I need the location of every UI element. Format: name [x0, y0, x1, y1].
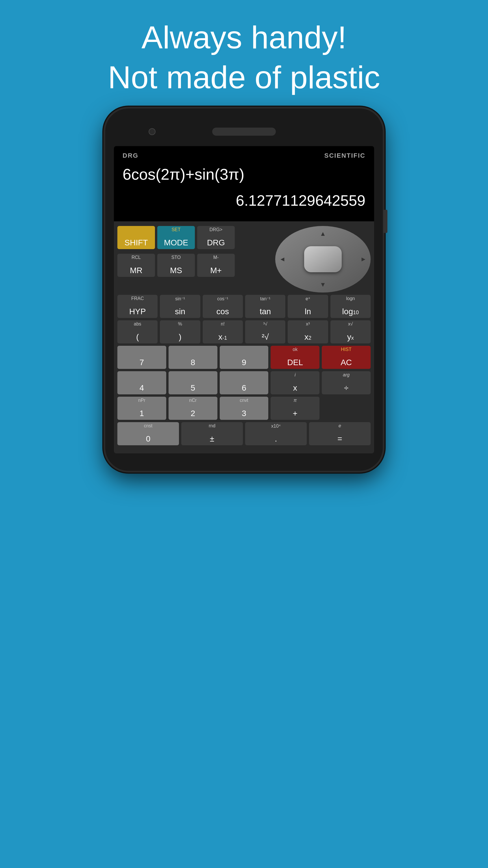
- row-shift-mode-drg: SHIFT SET MODE DRG> DRG: [118, 226, 370, 292]
- log10-button[interactable]: logn log10: [330, 295, 370, 318]
- phone-side-button: [383, 210, 387, 233]
- calculator-body: SHIFT SET MODE DRG> DRG: [114, 221, 374, 454]
- row-trig: FRAC HYP sin⁻¹ sin cos⁻¹ cos tan⁻¹ tan e…: [118, 295, 370, 318]
- n4-button[interactable]: 4: [118, 371, 166, 394]
- n1-button[interactable]: nPr 1: [118, 397, 166, 420]
- row-0-pm-dot-eq: cnst 0 rnd ± x10ˣ . e =: [118, 422, 370, 445]
- row-789-del-ac: 7 8 9 ok DEL HIST AC: [118, 346, 370, 369]
- x2-button[interactable]: x³ x2: [288, 320, 328, 343]
- n0-button[interactable]: cnst 0: [118, 422, 179, 445]
- row-paren-powers: abs ( % ) n! x-1 ³√ ²√ x³ x2: [118, 320, 370, 343]
- nav-right-button[interactable]: ►: [360, 255, 366, 263]
- nav-pad: ▲ ▼ ◄ ►: [275, 226, 370, 292]
- equals-button[interactable]: e =: [309, 422, 370, 445]
- header: Always handy! Not made of plastic: [0, 0, 488, 108]
- screen-result: 6.12771129642559: [123, 192, 365, 209]
- drg-button[interactable]: DRG> DRG: [197, 226, 235, 249]
- pm-button[interactable]: rnd ±: [181, 422, 243, 445]
- n5-button[interactable]: 5: [168, 371, 218, 394]
- close-paren-button[interactable]: % ): [160, 320, 200, 343]
- xinv-button[interactable]: n! x-1: [203, 320, 243, 343]
- row-123-plus: nPr 1 nCr 2 cnvt 3 π + ans: [118, 397, 370, 420]
- header-line2: Not made of plastic: [0, 57, 488, 97]
- nav-down-button[interactable]: ▼: [320, 281, 326, 288]
- ac-button[interactable]: HIST AC: [322, 346, 370, 369]
- mplus-button[interactable]: M- M+: [197, 254, 235, 277]
- row-1: SHIFT SET MODE DRG> DRG: [118, 226, 273, 249]
- phone-speaker: [212, 128, 276, 136]
- screen-expression: 6cos(2π)+sin(3π): [123, 165, 365, 183]
- calc-type-label: SCIENTIFIC: [324, 152, 365, 159]
- drg-mode-label: DRG: [123, 152, 138, 159]
- shift-button[interactable]: SHIFT: [118, 226, 155, 249]
- cos-button[interactable]: cos⁻¹ cos: [203, 295, 243, 318]
- row-rcl-sto-mminus: RCL MR STO MS M- M+: [118, 254, 273, 277]
- multiply-button[interactable]: i x: [270, 371, 320, 394]
- n9-button[interactable]: 9: [220, 346, 268, 369]
- divide-button[interactable]: arg ÷: [322, 371, 370, 394]
- sqrt2-button[interactable]: ³√ ²√: [245, 320, 285, 343]
- phone-top-bar: [114, 120, 374, 143]
- n6-button[interactable]: 6: [220, 371, 268, 394]
- mode-button[interactable]: SET MODE: [157, 226, 195, 249]
- dot-button[interactable]: x10ˣ .: [245, 422, 307, 445]
- tan-button[interactable]: tan⁻¹ tan: [245, 295, 285, 318]
- plus-button[interactable]: π +: [270, 397, 320, 420]
- phone-device: DRG SCIENTIFIC 6cos(2π)+sin(3π) 6.127711…: [105, 108, 383, 471]
- left-section: SHIFT SET MODE DRG> DRG: [118, 226, 273, 292]
- row-456-multiply-divide: 4 5 6 i x arg ÷: [118, 371, 370, 394]
- ms-button[interactable]: STO MS: [157, 254, 195, 277]
- n3-button[interactable]: cnvt 3: [220, 397, 268, 420]
- n2-button[interactable]: nCr 2: [168, 397, 218, 420]
- nav-up-button[interactable]: ▲: [320, 230, 326, 238]
- screen-top-bar: DRG SCIENTIFIC: [123, 152, 365, 159]
- sin-button[interactable]: sin⁻¹ sin: [160, 295, 200, 318]
- hyp-button[interactable]: FRAC HYP: [118, 295, 158, 318]
- yx-button[interactable]: x√ yx: [330, 320, 370, 343]
- n7-button[interactable]: 7: [118, 346, 166, 369]
- header-line1: Always handy!: [0, 18, 488, 57]
- del-button[interactable]: ok DEL: [270, 346, 320, 369]
- nav-center-button[interactable]: [304, 246, 342, 272]
- mr-button[interactable]: RCL MR: [118, 254, 155, 277]
- nav-left-button[interactable]: ◄: [279, 255, 286, 263]
- n8-button[interactable]: 8: [168, 346, 218, 369]
- ln-button[interactable]: eˣ ln: [288, 295, 328, 318]
- phone-camera: [149, 128, 156, 135]
- calculator-screen: DRG SCIENTIFIC 6cos(2π)+sin(3π) 6.127711…: [114, 146, 374, 221]
- open-paren-button[interactable]: abs (: [118, 320, 158, 343]
- nav-pad-section: ▲ ▼ ◄ ►: [275, 226, 370, 292]
